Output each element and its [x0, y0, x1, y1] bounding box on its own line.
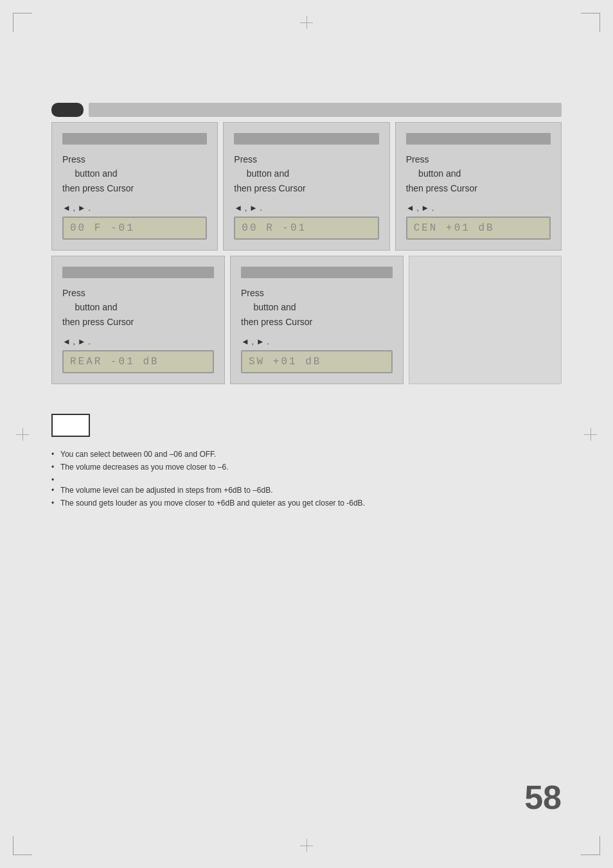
section-header: [51, 103, 562, 117]
panel-sw: Press button and then press Cursor ◄ , ►…: [230, 256, 404, 384]
arrows-4: ◄ , ► .: [62, 337, 214, 346]
note-item-4: The sound gets louder as you move closer…: [51, 499, 562, 508]
press-text-5: Press button and then press Cursor: [241, 286, 393, 329]
press-text-4: Press button and then press Cursor: [62, 286, 214, 329]
note-item-1: You can select between 00 and –06 and OF…: [51, 450, 562, 459]
cross-left: [16, 428, 29, 441]
corner-mark-tr: [581, 13, 600, 32]
corner-mark-br: [581, 836, 600, 855]
note-section: You can select between 00 and –06 and OF…: [51, 403, 562, 522]
note-item-2: The volume decreases as you move closer …: [51, 463, 562, 472]
arrows-5: ◄ , ► .: [241, 337, 393, 346]
lcd-3: CEN +01 dB: [406, 217, 551, 240]
lcd-4: REAR -01 dB: [62, 350, 214, 373]
section-bar: [89, 103, 562, 117]
press-text-3: Press button and then press Cursor: [406, 152, 551, 195]
panel-header-5: [241, 267, 393, 278]
panel-empty: [409, 256, 562, 384]
section-tag: [51, 103, 84, 117]
panel-header-4: [62, 267, 214, 278]
note-item-3: The volume level can be adjusted in step…: [51, 486, 562, 495]
panel-grid-bottom: Press button and then press Cursor ◄ , ►…: [51, 256, 562, 384]
note-spacer: [51, 475, 562, 482]
panel-header-2: [234, 133, 378, 145]
corner-mark-tl: [13, 13, 32, 32]
arrows-2: ◄ , ► .: [234, 203, 378, 213]
panel-header-1: [62, 133, 207, 145]
panel-front-left: Press button and then press Cursor ◄ , ►…: [51, 122, 218, 251]
note-list: You can select between 00 and –06 and OF…: [51, 450, 562, 508]
panel-front-right: Press button and then press Cursor ◄ , ►…: [223, 122, 389, 251]
corner-mark-bl: [13, 836, 32, 855]
arrows-3: ◄ , ► .: [406, 203, 551, 213]
panel-header-3: [406, 133, 551, 145]
lcd-5: SW +01 dB: [241, 350, 393, 373]
cross-bottom: [300, 839, 313, 852]
cross-top: [300, 16, 313, 29]
note-box: [51, 414, 90, 437]
lcd-2: 00 R -01: [234, 217, 378, 240]
arrows-1: ◄ , ► .: [62, 203, 207, 213]
press-text-2: Press button and then press Cursor: [234, 152, 378, 195]
lcd-1: 00 F -01: [62, 217, 207, 240]
main-content: Press button and then press Cursor ◄ , ►…: [32, 103, 581, 522]
panel-rear: Press button and then press Cursor ◄ , ►…: [51, 256, 225, 384]
panel-grid-top: Press button and then press Cursor ◄ , ►…: [51, 122, 562, 251]
page: Press button and then press Cursor ◄ , ►…: [0, 0, 613, 868]
press-text-1: Press button and then press Cursor: [62, 152, 207, 195]
panel-center: Press button and then press Cursor ◄ , ►…: [395, 122, 562, 251]
cross-right: [584, 428, 597, 441]
page-number: 58: [524, 778, 562, 817]
